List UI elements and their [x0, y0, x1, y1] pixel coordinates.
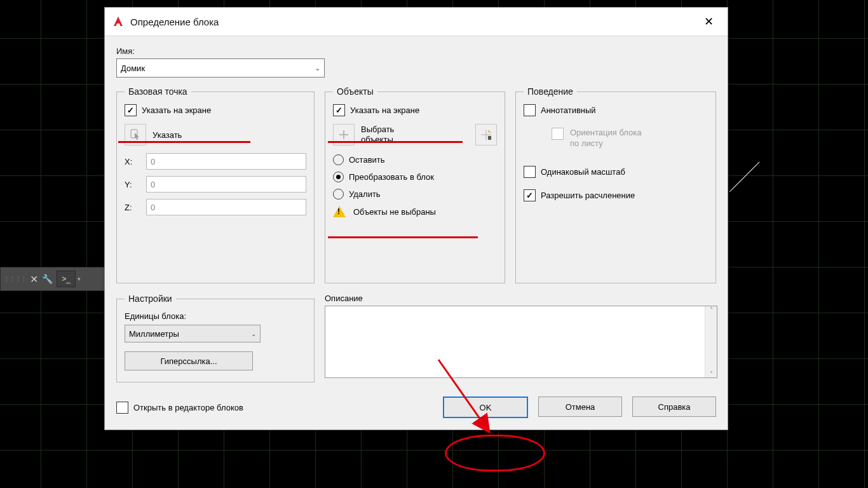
open-in-editor-label: Открыть в редакторе блоков — [133, 403, 243, 412]
basepoint-specify-checkbox[interactable] — [125, 104, 137, 116]
annotative-checkbox[interactable] — [524, 104, 536, 116]
block-units-combo[interactable]: Миллиметры ⌄ — [125, 325, 261, 342]
x-label: X: — [125, 157, 137, 166]
pick-point-label: Указать — [153, 130, 182, 140]
command-line-button[interactable]: >_ — [57, 271, 76, 287]
pick-point-icon — [125, 124, 146, 146]
basepoint-specify-label: Указать на экране — [142, 105, 211, 115]
close-panel-icon[interactable]: ✕ — [30, 273, 38, 285]
base-point-legend: Базовая точка — [125, 86, 191, 97]
x-input[interactable] — [146, 153, 306, 170]
dialog-title: Определение блока — [130, 17, 219, 27]
y-input[interactable] — [146, 176, 306, 193]
wrench-icon[interactable]: 🔧 — [42, 274, 53, 284]
ok-button[interactable]: OK — [443, 396, 528, 418]
orientation-checkbox — [552, 128, 564, 140]
block-name-value: Домик — [121, 64, 145, 73]
orientation-line1: Ориентация блока — [570, 128, 641, 137]
chevron-down-icon: ⌄ — [251, 330, 256, 337]
description-textarea[interactable]: ˄˅ — [325, 306, 717, 378]
orientation-line2: по листу — [570, 139, 603, 148]
quick-select-icon — [475, 124, 497, 146]
objects-group: Объекты Указать на экране Выбрать объект… — [325, 86, 505, 283]
objects-specify-label: Указать на экране — [350, 105, 419, 115]
allow-explode-checkbox[interactable] — [524, 189, 536, 201]
convert-radio[interactable] — [333, 172, 344, 182]
help-button[interactable]: Справка — [632, 396, 716, 417]
app-icon — [111, 15, 125, 29]
block-units-label: Единицы блока: — [125, 311, 306, 321]
block-name-combo[interactable]: Домик ⌄ — [116, 58, 325, 78]
delete-label: Удалить — [349, 189, 381, 199]
block-units-value: Миллиметры — [129, 329, 179, 339]
retain-radio[interactable] — [333, 154, 344, 165]
open-in-editor-checkbox[interactable] — [116, 402, 128, 414]
close-icon[interactable]: ✕ — [696, 15, 721, 29]
retain-label: Оставить — [349, 155, 385, 165]
description-label: Описание — [325, 294, 717, 303]
behavior-group: Поведение Аннотативный Ориентация блока … — [515, 86, 716, 283]
convert-label: Преобразовать в блок — [349, 172, 434, 182]
dropdown-icon[interactable]: ▾ — [78, 276, 81, 282]
title-bar: Определение блока ✕ — [105, 8, 728, 36]
uniform-scale-checkbox[interactable] — [524, 166, 536, 178]
select-objects-line2: объекты — [361, 135, 394, 145]
scrollbar[interactable]: ˄˅ — [705, 306, 717, 377]
objects-legend: Объекты — [333, 86, 377, 97]
z-label: Z: — [125, 203, 137, 212]
background-panel-toolbar: ⋮⋮⋮⋮ ✕ 🔧 >_ ▾ — [0, 267, 105, 291]
select-objects-line1: Выбрать — [361, 125, 394, 135]
annotative-label: Аннотативный — [541, 105, 596, 115]
settings-group: Настройки Единицы блока: Миллиметры ⌄ Ги… — [116, 294, 315, 383]
base-point-group: Базовая точка Указать на экране Указать … — [116, 86, 315, 283]
hyperlink-button[interactable]: Гиперссылка... — [125, 351, 253, 370]
block-definition-dialog: Определение блока ✕ Имя: Домик ⌄ Базовая… — [104, 7, 728, 430]
allow-explode-label: Разрешить расчленение — [541, 191, 635, 200]
svg-rect-2 — [488, 136, 491, 140]
name-label: Имя: — [116, 46, 716, 56]
behavior-legend: Поведение — [524, 86, 577, 97]
no-objects-label: Объекты не выбраны — [353, 207, 436, 217]
delete-radio[interactable] — [333, 189, 344, 200]
cancel-button[interactable]: Отмена — [538, 396, 622, 417]
settings-legend: Настройки — [125, 294, 176, 304]
warning-icon — [333, 206, 346, 217]
select-objects-icon — [333, 124, 355, 146]
uniform-scale-label: Одинаковый масштаб — [541, 167, 625, 177]
chevron-down-icon: ⌄ — [315, 64, 320, 72]
y-label: Y: — [125, 180, 137, 189]
objects-specify-checkbox[interactable] — [333, 104, 345, 116]
z-input[interactable] — [146, 199, 306, 215]
